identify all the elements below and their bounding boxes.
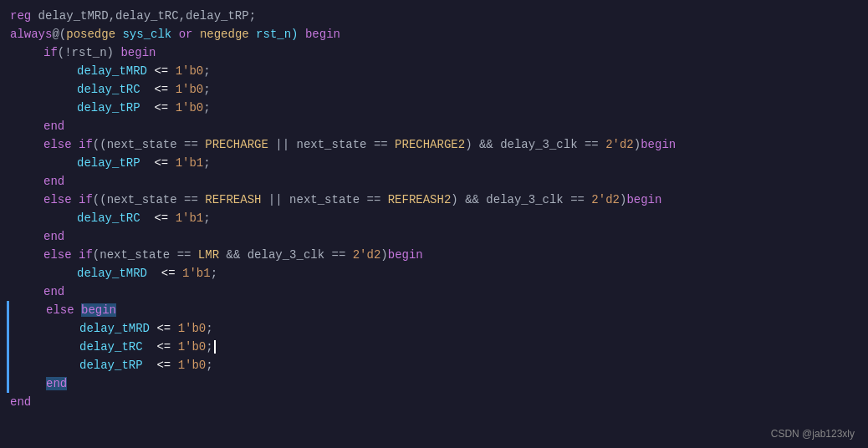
code-line-line5: delay_tRC <= 1'b0; (10, 80, 858, 99)
code-token: begin (388, 248, 423, 262)
code-line-line1: reg delay_tMRD,delay_tRC,delay_tRP; (10, 7, 858, 25)
code-token: 1'b1 (176, 156, 204, 170)
code-token: && delay_3_clk == (219, 248, 353, 262)
code-token: delay_tRP (77, 156, 147, 170)
code-token: delay_tRP (77, 101, 147, 115)
code-token: (next_state == (93, 248, 198, 262)
code-token: ; (203, 83, 210, 96)
code-token: delay_tMRD (79, 322, 150, 335)
code-token: posedge (66, 28, 115, 41)
highlighted-token: end (46, 377, 67, 390)
code-token: always (10, 28, 52, 41)
code-token: || next_state == (261, 193, 387, 206)
code-token: REFREASH2 (388, 193, 452, 206)
code-token: ; (211, 267, 217, 280)
code-line-line11: else if((next_state == REFREASH || next_… (10, 191, 858, 209)
code-token: rst_n) (249, 28, 305, 41)
code-token: if (79, 138, 93, 151)
code-token: if (79, 193, 93, 206)
code-token: <= (147, 101, 176, 115)
code-token: 1'b0 (176, 101, 204, 115)
code-token: <= (147, 64, 176, 78)
code-token: end (43, 285, 64, 298)
code-line-line13: end (10, 227, 858, 246)
code-token: 1'b0 (178, 340, 207, 354)
code-line-line9: delay_tRP <= 1'b1; (10, 154, 858, 172)
code-token (192, 28, 199, 41)
code-line-line8: else if((next_state == PRECHARGE || next… (10, 135, 858, 154)
code-token: || next_state == (268, 138, 395, 151)
code-token: 1'b1 (176, 211, 204, 225)
code-editor: reg delay_tMRD,delay_tRC,delay_tRP;alway… (0, 0, 868, 448)
code-line-line7: end (10, 117, 858, 135)
code-token: else (43, 193, 79, 206)
code-line-line6: delay_tRP <= 1'b0; (10, 99, 858, 117)
code-token: negedge (200, 28, 249, 41)
code-line-line12: delay_tRC <= 1'b1; (10, 209, 858, 227)
code-token: end (43, 230, 64, 243)
code-line-line21: end (7, 374, 858, 393)
code-token: (!rst_n) (58, 46, 121, 59)
code-token: if (43, 46, 58, 59)
code-line-line16: end (10, 283, 858, 301)
code-token: delay_tRP (79, 359, 150, 372)
code-token: begin (626, 193, 661, 206)
code-token: 1'b0 (176, 64, 204, 78)
code-token: 1'b1 (182, 267, 211, 280)
code-token: <= (154, 267, 182, 280)
code-line-line10: end (10, 172, 858, 191)
code-token: ; (203, 211, 210, 225)
code-token: PRECHARGE2 (395, 138, 465, 151)
code-token: delay_tRC (79, 340, 150, 354)
code-token: ; (203, 64, 210, 78)
code-token: 1'b0 (178, 322, 207, 335)
code-token: 1'b0 (176, 83, 204, 96)
code-token: delay_tMRD (77, 267, 154, 280)
highlighted-token: begin (81, 303, 116, 317)
code-line-line3: if(!rst_n) begin (10, 43, 858, 62)
code-token: ((next_state == (93, 138, 205, 151)
code-token: else (46, 303, 81, 317)
code-line-line22: end (10, 393, 858, 411)
code-token: end (43, 120, 64, 133)
code-token: ; (206, 359, 212, 372)
code-line-line14: else if(next_state == LMR && delay_3_clk… (10, 246, 858, 264)
code-token: 2'd2 (605, 138, 634, 151)
code-line-line20: delay_tRP <= 1'b0; (7, 356, 858, 374)
code-token: if (79, 248, 93, 262)
code-token: delay_tRC (77, 211, 147, 225)
code-token: else (43, 138, 79, 151)
code-token: begin (305, 28, 340, 41)
code-token: REFREASH (205, 193, 261, 206)
code-token: or (179, 28, 193, 41)
code-token: 1'b0 (178, 359, 207, 372)
code-token: <= (150, 322, 178, 335)
code-token: ) && delay_3_clk == (465, 138, 605, 151)
code-line-line18: delay_tMRD <= 1'b0; (7, 319, 858, 338)
code-token: ) (634, 138, 641, 151)
code-token: <= (150, 359, 178, 372)
code-token: <= (147, 83, 176, 96)
code-token: end (10, 395, 31, 409)
code-token: ; (203, 101, 210, 115)
code-token: @( (52, 28, 66, 41)
code-token: <= (147, 211, 176, 225)
code-token: begin (120, 46, 156, 59)
code-token: delay_tMRD,delay_tRC,delay_tRP; (31, 9, 256, 23)
code-token: delay_tMRD (77, 64, 147, 78)
code-token: reg (10, 9, 31, 23)
code-token: ) && delay_3_clk == (451, 193, 591, 206)
code-token: begin (641, 138, 676, 151)
code-token: end (43, 175, 64, 188)
code-token: ((next_state == (93, 193, 205, 206)
code-lines: reg delay_tMRD,delay_tRC,delay_tRP;alway… (10, 7, 858, 411)
code-token: else (43, 248, 79, 262)
code-token: PRECHARGE (205, 138, 268, 151)
code-token: ; (203, 156, 210, 170)
code-token: ; (206, 322, 212, 335)
watermark: CSDN @jab123xly (771, 428, 855, 440)
code-line-line2: always@(posedge sys_clk or negedge rst_n… (10, 25, 858, 43)
code-token: delay_tRC (77, 83, 147, 96)
code-line-line17: else begin (7, 301, 858, 319)
code-token: ; (206, 340, 212, 354)
